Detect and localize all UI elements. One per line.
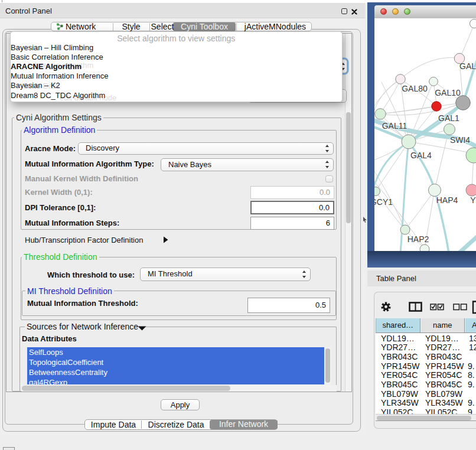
svg-text:GAL11: GAL11 bbox=[382, 121, 407, 131]
svg-text:GAL4: GAL4 bbox=[410, 151, 432, 160]
svg-text:GCY1: GCY1 bbox=[374, 197, 393, 207]
svg-text:GAL80: GAL80 bbox=[402, 84, 428, 93]
svg-text:Y: Y bbox=[470, 195, 476, 205]
svg-text:GAL7: GAL7 bbox=[459, 61, 476, 71]
svg-text:GAL1: GAL1 bbox=[438, 113, 459, 123]
svg-text:SWI4: SWI4 bbox=[450, 135, 470, 145]
svg-text:HAP4: HAP4 bbox=[436, 195, 458, 205]
svg-text:HAP2: HAP2 bbox=[407, 234, 429, 244]
svg-text:GAL10: GAL10 bbox=[435, 88, 461, 97]
